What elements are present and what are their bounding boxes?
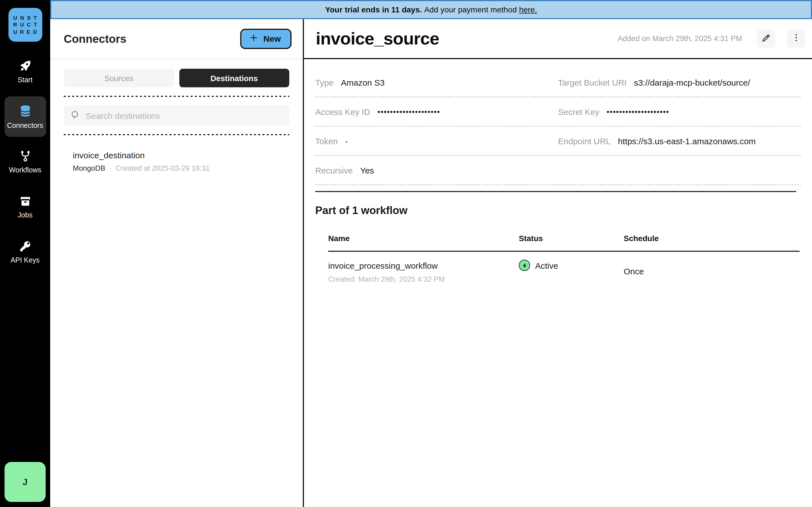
panel-title: Connectors <box>64 33 126 45</box>
unstructured-logo[interactable]: UNST RUCT URED <box>8 8 42 42</box>
logo-letters: E <box>27 29 31 35</box>
workflow-created: Created: March 29th, 2025 4:32 PM <box>328 275 519 283</box>
field-value: https://s3.us-east-1.amazonaws.com <box>618 136 756 146</box>
masked-value: •••••••••••••••••••• <box>377 107 440 116</box>
edit-button[interactable] <box>757 29 775 48</box>
field-label: Recursive <box>315 165 353 175</box>
connector-type: MongoDB <box>73 164 105 172</box>
logo-letters: S <box>27 15 31 20</box>
connectors-panel-body: Sources Destinations invoice_dest <box>50 59 303 172</box>
sidebar-item-label: API Keys <box>11 256 40 264</box>
connector-created: Created at 2025-03-29 16:31 <box>116 164 210 172</box>
field-token: Token - <box>315 136 558 146</box>
detail-header-actions: Added on March 29th, 2025 4:31 PM <box>618 29 805 48</box>
connector-tabs: Sources Destinations <box>64 69 289 87</box>
logo-letters: T <box>34 15 37 20</box>
field-access-key-id: Access Key ID •••••••••••••••••••• <box>315 107 558 116</box>
field-target-bucket-uri: Target Bucket URI s3://daraja-mcp-bucket… <box>558 77 801 87</box>
masked-value: •••••••••••••••••••• <box>607 107 669 116</box>
logo-row: UNST <box>13 15 37 20</box>
field-label: Access Key ID <box>315 107 370 116</box>
sidebar-item-start[interactable]: Start <box>4 51 46 92</box>
connectors-panel: Connectors New Sources Destinations <box>50 19 304 507</box>
connector-list-item[interactable]: invoice_destination MongoDB · Created at… <box>64 144 289 172</box>
sidebar-nav: Start Connectors <box>0 51 50 272</box>
column-header-schedule: Schedule <box>624 234 800 243</box>
field-label: Secret Key <box>558 107 599 116</box>
workflow-table-row[interactable]: invoice_processing_workflow Created: Mar… <box>328 252 800 283</box>
search-destinations-input[interactable] <box>86 111 283 120</box>
workflow-icon <box>19 150 31 162</box>
user-avatar[interactable]: J <box>4 462 46 502</box>
workflow-schedule: Once <box>624 267 800 283</box>
database-icon <box>18 104 32 117</box>
logo-letters: U <box>13 29 17 35</box>
trial-banner-bold: Your trial ends in 11 days. <box>325 5 422 14</box>
new-button-label: New <box>263 34 281 43</box>
app-window: Your trial ends in 11 days. Add your pay… <box>0 0 812 507</box>
field-value: Amazon S3 <box>341 77 385 87</box>
page-title: invoice_source <box>316 29 439 49</box>
workflow-table-header: Name Status Schedule <box>328 234 800 252</box>
main-content: Connectors New Sources Destinations <box>50 19 812 507</box>
key-icon <box>19 240 31 252</box>
detail-fields: Type Amazon S3 Target Bucket URI s3://da… <box>304 59 812 192</box>
sidebar-item-jobs[interactable]: Jobs <box>4 186 46 227</box>
workflow-status: Active <box>535 261 558 270</box>
pencil-icon <box>761 33 771 44</box>
logo-letters: C <box>27 22 31 27</box>
logo-letters: D <box>33 29 37 35</box>
meta-separator: · <box>109 164 112 172</box>
plus-icon <box>249 33 258 44</box>
avatar-initial: J <box>22 477 28 487</box>
sidebar-item-label: Start <box>18 76 33 83</box>
field-label: Type <box>315 77 334 87</box>
field-row: Recursive Yes <box>315 156 801 184</box>
logo-letters: R <box>20 29 24 35</box>
logo-letters: N <box>20 15 24 20</box>
sidebar-item-label: Workflows <box>9 166 42 174</box>
sidebar-item-workflows[interactable]: Workflows <box>4 142 46 182</box>
dotted-divider <box>64 96 289 97</box>
logo-letters: R <box>13 22 17 27</box>
field-value: s3://daraja-mcp-bucket/source/ <box>634 77 750 87</box>
added-on-timestamp: Added on March 29th, 2025 4:31 PM <box>618 34 742 43</box>
tab-destinations[interactable]: Destinations <box>179 69 289 87</box>
field-label: Target Bucket URI <box>558 77 626 87</box>
search-icon <box>70 110 80 121</box>
logo-row: URED <box>13 29 37 35</box>
logo-letters: T <box>34 22 37 27</box>
field-secret-key: Secret Key •••••••••••••••••••• <box>558 107 801 116</box>
field-row: Type Amazon S3 Target Bucket URI s3://da… <box>315 68 801 96</box>
field-label: Token <box>315 136 338 146</box>
field-type: Type Amazon S3 <box>315 77 558 87</box>
kebab-menu-icon <box>792 33 801 44</box>
field-row: Access Key ID •••••••••••••••••••• Secre… <box>315 98 801 126</box>
field-value: - <box>345 136 348 146</box>
sidebar-item-connectors[interactable]: Connectors <box>4 96 46 137</box>
sidebar-item-api-keys[interactable]: API Keys <box>4 231 46 272</box>
sidebar-item-label: Connectors <box>7 121 43 129</box>
tab-sources[interactable]: Sources <box>64 69 174 87</box>
column-header-status: Status <box>519 234 624 243</box>
field-value: Yes <box>360 165 374 175</box>
dotted-divider <box>64 134 289 135</box>
more-options-button[interactable] <box>786 29 805 48</box>
detail-header: invoice_source Added on March 29th, 2025… <box>304 19 812 59</box>
field-row: Token - Endpoint URL https://s3.us-east-… <box>315 127 801 155</box>
trial-banner-text: Add your payment method <box>424 5 517 14</box>
field-recursive: Recursive Yes <box>315 165 558 175</box>
trial-banner-link[interactable]: here. <box>519 5 537 14</box>
sidebar: UNST RUCT URED Start <box>0 0 50 507</box>
sidebar-item-label: Jobs <box>18 211 33 219</box>
logo-letters: U <box>20 22 24 27</box>
field-label: Endpoint URL <box>558 136 611 146</box>
new-connector-button[interactable]: New <box>240 29 292 49</box>
dotted-divider <box>315 184 801 185</box>
field-endpoint-url: Endpoint URL https://s3.us-east-1.amazon… <box>558 136 801 146</box>
active-status-icon <box>519 260 530 271</box>
workflow-table: Name Status Schedule invoice_processing_… <box>328 234 800 283</box>
rocket-icon <box>19 59 31 72</box>
connector-name: invoice_destination <box>73 151 289 160</box>
search-destinations-box <box>64 105 289 126</box>
